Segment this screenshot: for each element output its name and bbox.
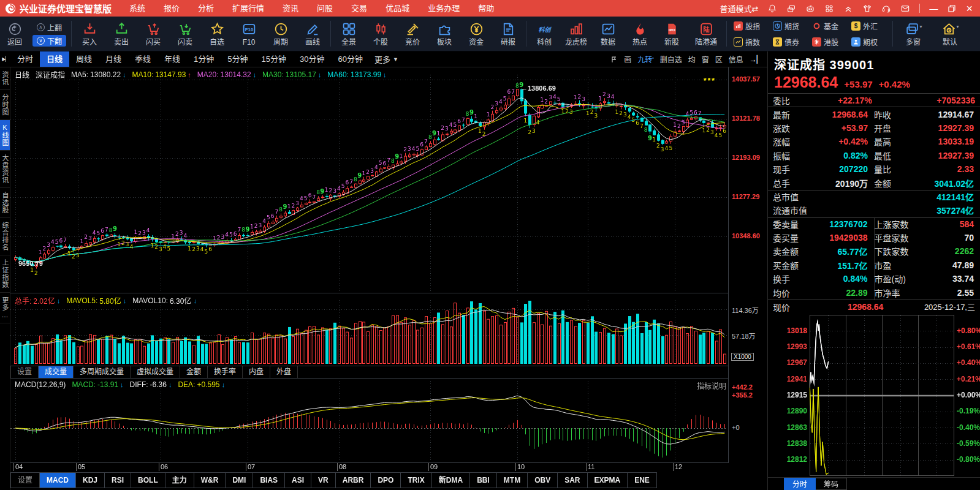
mode-switcher[interactable]: 普通模式⇄ [720,2,759,14]
tab-1min[interactable]: 1分钟 [187,51,221,67]
minimize-button[interactable]: — [929,4,938,13]
ind-tab-asi[interactable]: ASI [285,472,311,488]
ipo-button[interactable]: IPO新股 [656,18,688,50]
stock-button[interactable]: 个股 [365,18,397,50]
ind-tab-boll[interactable]: BOLL [131,472,165,488]
ind-tab-macd[interactable]: MACD [40,472,76,488]
mini-bond[interactable]: 债券 [770,34,810,50]
tab-chips[interactable]: 筹码 [816,478,847,490]
vol-tab-settings[interactable]: 设置 [10,366,39,378]
vol-tab-amount[interactable]: 金额 [180,366,208,378]
tool-del-watchlist[interactable]: 删自选 [660,54,682,64]
sidebar-item-news[interactable]: 资讯 [0,67,10,90]
mini-index[interactable]: 指数 [731,34,770,50]
ind-tab-mtm[interactable]: MTM [497,472,528,488]
f10-button[interactable]: F10F10 [233,18,265,50]
draw-line-button[interactable]: 画线 [297,18,329,50]
sidebar-expand-icon[interactable]: ▶▏ [0,56,10,62]
ind-tab-expma[interactable]: EXPMA [588,472,628,488]
sidebar-item-kline-chart[interactable]: K线图 [0,120,10,151]
star-market-button[interactable]: 科创科创 [528,18,560,50]
watchlist-button[interactable]: 自选 [201,18,233,50]
mini-futures[interactable]: 期货 [770,18,810,34]
tool-avg[interactable]: 均 [688,54,696,64]
tab-monthly[interactable]: 月线 [99,51,128,67]
ind-tab-settings[interactable]: 设置 [10,472,40,488]
auction-button[interactable]: 竞价 [397,18,428,50]
menu-trade[interactable]: 交易 [342,0,376,17]
menu-news[interactable]: 资讯 [273,0,308,17]
vol-tab-virtual[interactable]: 虚拟成交量 [131,366,180,378]
tab-5min[interactable]: 5分钟 [221,51,254,67]
apps-grid-icon[interactable] [824,4,834,13]
ind-tab-dmi[interactable]: DMI [226,472,253,488]
sidebar-item-market-news[interactable]: 大盘资讯 [0,151,10,188]
lu-gang-tong-button[interactable]: 陆陆港通 [688,18,724,50]
ind-tab-sar[interactable]: SAR [558,472,587,488]
sidebar-item-intraday-chart[interactable]: 分时图 [0,90,10,120]
tool-nine-turn[interactable]: 九转▪ [637,54,654,64]
mini-forex[interactable]: $外汇 [849,18,888,34]
sidebar-item-watchlist[interactable]: 自选股 [0,188,10,218]
menu-ask-stock[interactable]: 问股 [308,0,342,17]
mini-options[interactable]: 期权 [849,34,888,50]
hotspot-button[interactable]: 热点 [624,18,656,50]
buy-button[interactable]: 买入 [74,18,105,50]
message-mail-icon[interactable] [900,4,910,13]
tab-weekly[interactable]: 周线 [69,51,99,67]
menu-extended-market[interactable]: 扩展行情 [223,0,273,17]
indicator-help-link[interactable]: 指标说明 [697,380,726,391]
tab-minute[interactable]: 分时 [784,478,816,490]
customer-service-icon[interactable] [881,4,891,13]
default-layout-button[interactable]: ▾默认 [932,18,968,50]
restore-button[interactable] [947,4,957,13]
close-button[interactable]: × [966,4,973,13]
notification-bell-icon[interactable] [767,4,777,13]
vol-tab-volume[interactable]: 成交量 [39,366,74,378]
tool-draw[interactable]: 画 [624,54,631,64]
ind-tab-vr[interactable]: VR [311,472,336,488]
ind-tab-rsi[interactable]: RSI [105,472,131,488]
vol-tab-turnover[interactable]: 换手率 [208,366,243,378]
mini-intraday-canvas[interactable] [810,315,954,476]
menu-quotes[interactable]: 报价 [154,0,189,17]
period-more-button[interactable]: 更多▼ [370,53,403,65]
theme-skin-icon[interactable] [862,4,872,13]
vol-tab-inner[interactable]: 内盘 [243,366,270,378]
ind-tab-bbi[interactable]: BBI [470,472,497,488]
page-down-button[interactable]: ∨下翻 [32,35,66,47]
sidebar-item-more[interactable]: 更多… [0,293,10,323]
funds-button[interactable]: 资金 [460,18,492,50]
ind-tab-newdma[interactable]: 新DMA [432,472,470,488]
period-button[interactable]: 周期 [265,18,297,50]
assistant-robot-icon[interactable] [805,4,815,13]
tool-zone[interactable]: 区 [715,54,723,64]
mini-hk-stock[interactable]: 港股 [810,34,849,50]
ind-tab-kdj[interactable]: KDJ [76,472,105,488]
ind-tab-wr[interactable]: W&R [194,472,226,488]
dragon-tiger-button[interactable]: 龙虎榜 [560,18,592,50]
ind-tab-ene[interactable]: ENE [628,472,657,488]
menu-system[interactable]: 系统 [120,0,154,17]
ind-tab-main-force[interactable]: 主力 [165,472,194,488]
tab-intraday[interactable]: 分时 [10,51,40,67]
collapse-toolbar-icon[interactable] [843,4,853,13]
ind-tab-arbr[interactable]: ARBR [336,472,371,488]
tab-yearly[interactable]: 年线 [158,51,187,67]
mini-stock-index[interactable]: 股指 [731,18,770,34]
tab-60min[interactable]: 60分钟 [332,51,370,67]
sell-button[interactable]: 卖出 [105,18,137,50]
menu-mall[interactable]: 优品城 [376,0,419,17]
sidebar-item-sse-index[interactable]: 上证指数 [0,255,10,293]
flag-mark-icon[interactable] [610,56,618,63]
vol-tab-multi-period[interactable]: 多周期成交量 [74,366,131,378]
menu-analysis[interactable]: 分析 [189,0,223,17]
kline-chart-canvas[interactable] [10,67,728,463]
data-button[interactable]: 数据 [592,18,624,50]
ind-tab-trix[interactable]: TRIX [401,472,431,488]
panorama-button[interactable]: 全景 [333,18,365,50]
menu-business[interactable]: 业务办理 [419,0,469,17]
research-report-button[interactable]: 研报 [492,18,524,50]
tab-daily[interactable]: 日线 [40,51,69,67]
menu-help[interactable]: 帮助 [469,0,503,17]
